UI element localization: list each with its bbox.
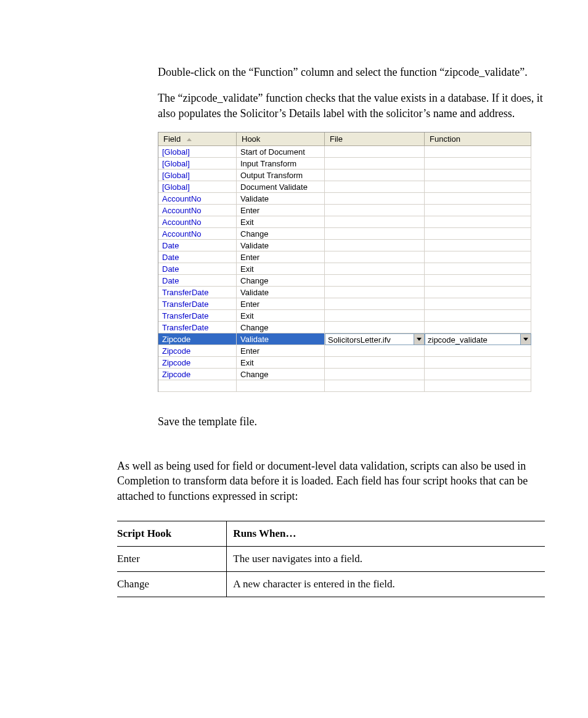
grid-cell-file[interactable] <box>325 169 425 181</box>
grid-cell-hook[interactable]: Output Transform <box>237 169 325 181</box>
grid-cell-file-dropdown[interactable]: SolicitorsLetter.ifv <box>325 333 425 345</box>
grid-cell-field[interactable]: AccountNo <box>158 193 237 205</box>
chevron-down-icon[interactable] <box>414 334 424 345</box>
grid-cell-file[interactable] <box>325 310 425 322</box>
grid-cell-file[interactable] <box>325 251 425 263</box>
grid-cell-hook[interactable]: Exit <box>237 216 325 228</box>
chevron-down-icon[interactable] <box>520 334 531 345</box>
grid-cell-function[interactable] <box>425 205 531 216</box>
grid-cell-function[interactable] <box>425 251 531 263</box>
grid-cell-function[interactable] <box>425 298 531 310</box>
grid-cell-hook[interactable]: Input Transform <box>237 158 325 169</box>
grid-row[interactable]: DateValidate <box>158 240 531 251</box>
grid-cell-file[interactable] <box>325 146 425 158</box>
grid-cell-field[interactable]: Date <box>158 240 237 251</box>
grid-cell-hook[interactable]: Exit <box>237 357 325 369</box>
grid-cell-file[interactable] <box>325 240 425 251</box>
grid-row[interactable]: ZipcodeExit <box>158 357 531 369</box>
grid-cell-field[interactable]: Zipcode <box>158 333 237 345</box>
grid-cell-file[interactable] <box>325 287 425 298</box>
grid-row[interactable]: ZipcodeChange <box>158 369 531 380</box>
grid-cell-field[interactable]: [Global] <box>158 169 237 181</box>
grid-cell-field[interactable]: TransferDate <box>158 310 237 322</box>
grid-row[interactable]: AccountNoExit <box>158 216 531 228</box>
grid-cell-file[interactable] <box>325 369 425 380</box>
grid-cell-field[interactable]: TransferDate <box>158 298 237 310</box>
grid-row[interactable]: DateChange <box>158 275 531 287</box>
grid-cell-file[interactable] <box>325 158 425 169</box>
grid-cell-function[interactable] <box>425 275 531 287</box>
grid-cell-function[interactable] <box>425 322 531 333</box>
grid-cell-function[interactable] <box>425 193 531 205</box>
grid-cell-hook[interactable]: Change <box>237 322 325 333</box>
grid-cell-field[interactable]: Date <box>158 263 237 275</box>
grid-cell-hook[interactable]: Change <box>237 228 325 240</box>
grid-cell-hook[interactable]: Enter <box>237 298 325 310</box>
grid-cell-function[interactable] <box>425 158 531 169</box>
grid-header-field[interactable]: Field <box>158 133 237 146</box>
grid-cell-function[interactable] <box>425 287 531 298</box>
grid-cell-file[interactable] <box>325 275 425 287</box>
grid-cell-function[interactable] <box>425 216 531 228</box>
grid-row[interactable]: [Global]Start of Document <box>158 146 531 158</box>
grid-cell-function[interactable] <box>425 357 531 369</box>
grid-header-function[interactable]: Function <box>425 133 531 146</box>
grid-cell-function-dropdown[interactable]: zipcode_validate <box>425 333 531 345</box>
grid-cell-field[interactable]: Date <box>158 251 237 263</box>
grid-header-hook[interactable]: Hook <box>237 133 325 146</box>
grid-cell-function[interactable] <box>425 345 531 357</box>
grid-cell-file[interactable] <box>325 193 425 205</box>
grid-row[interactable]: TransferDateChange <box>158 322 531 333</box>
grid-cell-field[interactable]: [Global] <box>158 146 237 158</box>
grid-row[interactable]: DateExit <box>158 263 531 275</box>
grid-cell-field[interactable]: TransferDate <box>158 322 237 333</box>
grid-row[interactable]: [Global]Output Transform <box>158 169 531 181</box>
grid-cell-field[interactable]: Zipcode <box>158 345 237 357</box>
grid-row[interactable]: [Global]Input Transform <box>158 158 531 169</box>
grid-cell-field[interactable]: [Global] <box>158 158 237 169</box>
grid-cell-hook[interactable]: Enter <box>237 251 325 263</box>
grid-cell-function[interactable] <box>425 169 531 181</box>
grid-cell-file[interactable] <box>325 263 425 275</box>
grid-cell-file[interactable] <box>325 216 425 228</box>
grid-cell-field[interactable]: AccountNo <box>158 216 237 228</box>
grid-cell-field[interactable]: Zipcode <box>158 357 237 369</box>
grid-row[interactable]: TransferDateEnter <box>158 298 531 310</box>
grid-cell-hook[interactable]: Validate <box>237 333 325 345</box>
grid-cell-field[interactable]: Zipcode <box>158 369 237 380</box>
grid-cell-hook[interactable]: Change <box>237 275 325 287</box>
grid-cell-function[interactable] <box>425 240 531 251</box>
grid-cell-hook[interactable]: Enter <box>237 205 325 216</box>
grid-row[interactable]: DateEnter <box>158 251 531 263</box>
grid-cell-function[interactable] <box>425 263 531 275</box>
grid-cell-file[interactable] <box>325 181 425 193</box>
grid-cell-file[interactable] <box>325 205 425 216</box>
grid-cell-field[interactable]: Date <box>158 275 237 287</box>
grid-cell-file[interactable] <box>325 345 425 357</box>
grid-row[interactable]: [Global]Document Validate <box>158 181 531 193</box>
grid-row[interactable]: AccountNoEnter <box>158 205 531 216</box>
grid-cell-file[interactable] <box>325 322 425 333</box>
grid-cell-function[interactable] <box>425 369 531 380</box>
grid-cell-file[interactable] <box>325 298 425 310</box>
grid-row[interactable]: ZipcodeEnter <box>158 345 531 357</box>
grid-cell-field[interactable]: AccountNo <box>158 228 237 240</box>
grid-cell-hook[interactable]: Exit <box>237 310 325 322</box>
grid-cell-hook[interactable]: Validate <box>237 287 325 298</box>
grid-row[interactable]: TransferDateExit <box>158 310 531 322</box>
grid-cell-file[interactable] <box>325 357 425 369</box>
grid-header-file[interactable]: File <box>325 133 425 146</box>
grid-cell-hook[interactable]: Start of Document <box>237 146 325 158</box>
grid-cell-function[interactable] <box>425 146 531 158</box>
grid-row[interactable]: AccountNoChange <box>158 228 531 240</box>
grid-cell-field[interactable]: TransferDate <box>158 287 237 298</box>
grid-row[interactable]: AccountNoValidate <box>158 193 531 205</box>
grid-cell-function[interactable] <box>425 181 531 193</box>
grid-cell-hook[interactable]: Enter <box>237 345 325 357</box>
grid-cell-hook[interactable]: Validate <box>237 240 325 251</box>
grid-cell-hook[interactable]: Validate <box>237 193 325 205</box>
grid-cell-field[interactable]: AccountNo <box>158 205 237 216</box>
grid-row[interactable]: TransferDateValidate <box>158 287 531 298</box>
hooks-grid[interactable]: Field Hook File Function [Global]Start o… <box>158 132 531 392</box>
grid-cell-function[interactable] <box>425 228 531 240</box>
